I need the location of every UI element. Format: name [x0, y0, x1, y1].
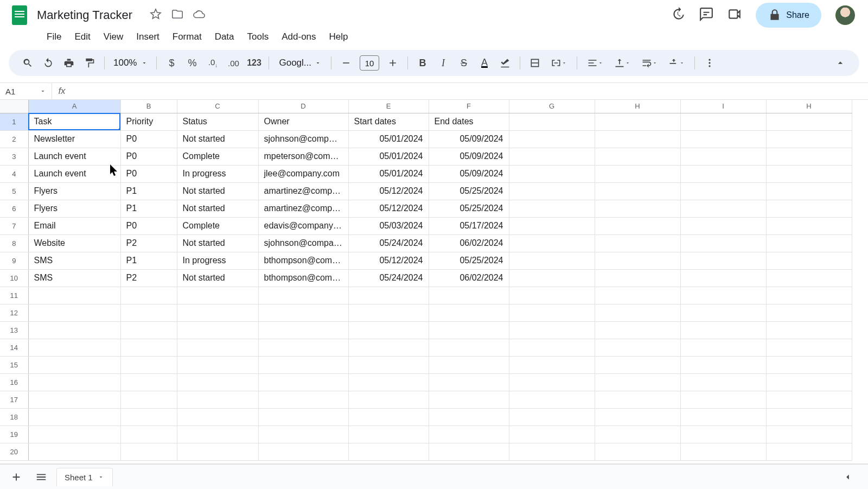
cell-I4[interactable]	[680, 165, 766, 182]
cell-H20[interactable]	[595, 443, 680, 460]
cell-E9[interactable]: 05/12/2024	[348, 252, 429, 269]
menu-help[interactable]: Help	[324, 29, 354, 45]
cell-F9[interactable]: 05/25/2024	[429, 252, 509, 269]
cell-B12[interactable]	[120, 304, 177, 321]
cell-C15[interactable]	[177, 356, 258, 373]
cell-I19[interactable]	[680, 426, 766, 443]
row-header-8[interactable]: 8	[0, 234, 28, 252]
cell-F19[interactable]	[429, 426, 509, 443]
cell-C1[interactable]: Status	[177, 113, 258, 130]
cell-D4[interactable]: jlee@company.com	[258, 165, 348, 182]
cell-H18[interactable]	[595, 408, 680, 426]
cell-I6[interactable]	[680, 200, 766, 217]
cell-A10[interactable]: SMS	[28, 269, 120, 287]
decrease-decimal-button[interactable]: .0↓	[203, 54, 222, 72]
cell-H15[interactable]	[766, 356, 852, 373]
col-header-F[interactable]: F	[429, 100, 509, 113]
cell-H3[interactable]	[595, 148, 680, 165]
cell-G12[interactable]	[509, 304, 595, 321]
menu-tools[interactable]: Tools	[242, 29, 275, 45]
cell-G8[interactable]	[509, 234, 595, 252]
cell-B2[interactable]: P0	[120, 130, 177, 148]
collapse-toolbar-button[interactable]	[831, 54, 850, 72]
cell-G15[interactable]	[509, 356, 595, 373]
cell-A16[interactable]	[28, 373, 120, 391]
cell-H6[interactable]	[766, 200, 852, 217]
cell-B14[interactable]	[120, 339, 177, 356]
format-percent-button[interactable]: %	[183, 54, 201, 72]
cell-I12[interactable]	[680, 304, 766, 321]
row-header-6[interactable]: 6	[0, 200, 28, 217]
menu-view[interactable]: View	[98, 29, 129, 45]
cell-B1[interactable]: Priority	[120, 113, 177, 130]
format-number-button[interactable]: 123	[245, 54, 263, 72]
cell-G16[interactable]	[509, 373, 595, 391]
cell-H7[interactable]	[766, 217, 852, 234]
cell-C2[interactable]: Not started	[177, 130, 258, 148]
formula-bar[interactable]	[72, 83, 868, 99]
cell-I2[interactable]	[680, 130, 766, 148]
font-select[interactable]: Googl...	[275, 58, 326, 68]
cell-G14[interactable]	[509, 339, 595, 356]
meet-icon[interactable]	[727, 7, 742, 23]
row-header-10[interactable]: 10	[0, 269, 28, 287]
cell-D1[interactable]: Owner	[258, 113, 348, 130]
cell-G19[interactable]	[509, 426, 595, 443]
cell-H10[interactable]	[595, 269, 680, 287]
cell-F6[interactable]: 05/25/2024	[429, 200, 509, 217]
paint-format-button[interactable]	[80, 54, 99, 72]
cell-C19[interactable]	[177, 426, 258, 443]
text-color-button[interactable]: A	[475, 54, 494, 72]
cell-G2[interactable]	[509, 130, 595, 148]
italic-button[interactable]: I	[434, 54, 452, 72]
cell-C16[interactable]	[177, 373, 258, 391]
cell-H1[interactable]	[766, 113, 852, 130]
vertical-align-button[interactable]	[610, 54, 635, 72]
cell-I13[interactable]	[680, 321, 766, 339]
col-header-E[interactable]: E	[348, 100, 429, 113]
cell-B8[interactable]: P2	[120, 234, 177, 252]
cell-H13[interactable]	[595, 321, 680, 339]
cell-A13[interactable]	[28, 321, 120, 339]
cell-C14[interactable]	[177, 339, 258, 356]
cell-A5[interactable]: Flyers	[28, 182, 120, 200]
horizontal-align-button[interactable]	[583, 54, 608, 72]
cell-A1[interactable]: Task	[28, 113, 120, 130]
cell-A9[interactable]: SMS	[28, 252, 120, 269]
cell-C6[interactable]: Not started	[177, 200, 258, 217]
cell-I16[interactable]	[680, 373, 766, 391]
cell-H16[interactable]	[595, 373, 680, 391]
cell-I8[interactable]	[680, 234, 766, 252]
name-box[interactable]: A1	[0, 83, 52, 99]
share-button[interactable]: Share	[756, 3, 821, 28]
cell-D14[interactable]	[258, 339, 348, 356]
cell-F16[interactable]	[429, 373, 509, 391]
select-all-corner[interactable]	[0, 100, 28, 113]
cell-C3[interactable]: Complete	[177, 148, 258, 165]
cell-C10[interactable]: Not started	[177, 269, 258, 287]
cell-C20[interactable]	[177, 443, 258, 460]
cell-B13[interactable]	[120, 321, 177, 339]
cell-I5[interactable]	[680, 182, 766, 200]
cell-B16[interactable]	[120, 373, 177, 391]
cell-D18[interactable]	[258, 408, 348, 426]
cell-D3[interactable]: mpeterson@com…	[258, 148, 348, 165]
history-icon[interactable]	[671, 7, 685, 23]
print-button[interactable]	[60, 54, 78, 72]
row-header-12[interactable]: 12	[0, 304, 28, 321]
cell-H14[interactable]	[595, 339, 680, 356]
cell-F7[interactable]: 05/17/2024	[429, 217, 509, 234]
cell-B9[interactable]: P1	[120, 252, 177, 269]
row-header-7[interactable]: 7	[0, 217, 28, 234]
cell-F4[interactable]: 05/09/2024	[429, 165, 509, 182]
cell-C12[interactable]	[177, 304, 258, 321]
cell-H17[interactable]	[766, 391, 852, 408]
cell-H4[interactable]	[595, 165, 680, 182]
cell-C18[interactable]	[177, 408, 258, 426]
cell-F10[interactable]: 06/02/2024	[429, 269, 509, 287]
account-avatar[interactable]	[835, 5, 855, 25]
cloud-status-icon[interactable]	[193, 8, 205, 22]
cell-H11[interactable]	[595, 287, 680, 304]
cell-A11[interactable]	[28, 287, 120, 304]
cell-A20[interactable]	[28, 443, 120, 460]
